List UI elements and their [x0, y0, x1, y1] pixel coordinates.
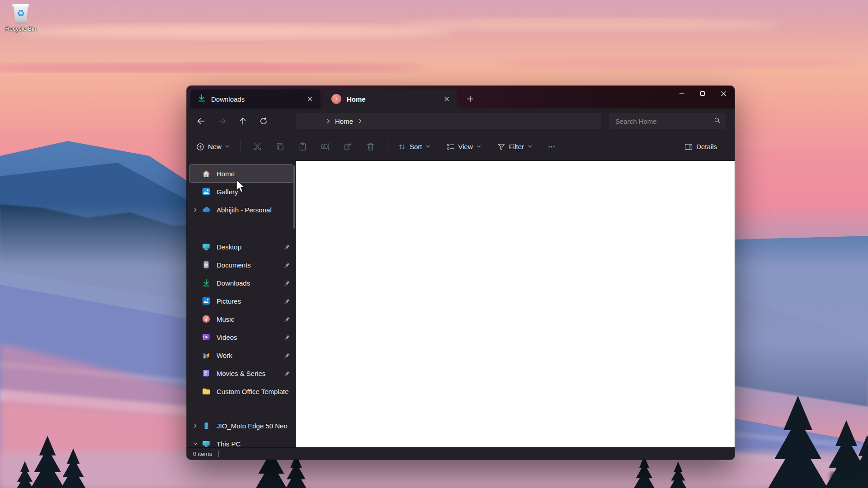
this-pc-icon	[201, 439, 211, 447]
status-separator	[218, 450, 219, 457]
pin-icon	[280, 280, 293, 286]
pin-icon	[280, 298, 293, 305]
view-icon	[446, 142, 455, 151]
copy-button[interactable]	[270, 138, 290, 155]
back-button[interactable]	[193, 113, 209, 129]
maximize-button[interactable]	[692, 86, 713, 101]
sidebar-item-onedrive-personal[interactable]: Abhijith - Personal	[189, 201, 294, 219]
sidebar-item-label: Abhijith - Personal	[217, 206, 280, 214]
sort-icon	[397, 142, 406, 151]
videos-icon	[201, 332, 211, 342]
minimize-button[interactable]	[671, 86, 692, 101]
sidebar-item-label: Work	[217, 352, 280, 359]
breadcrumb-home[interactable]: Home	[335, 117, 353, 125]
sidebar-item-music[interactable]: Music	[189, 310, 294, 328]
window-controls	[671, 86, 734, 101]
chevron-right-icon[interactable]	[189, 423, 201, 428]
items-count: 0 items	[193, 450, 212, 457]
sidebar-item-label: JIO_Moto Edge 50 Neo	[217, 422, 293, 430]
filter-button[interactable]: Filter	[492, 139, 537, 155]
tab-downloads[interactable]: Downloads	[190, 89, 321, 108]
tab-label: Downloads	[211, 95, 304, 103]
toolbar-separator	[240, 141, 241, 153]
sidebar-item-label: Videos	[217, 333, 280, 341]
view-button-label: View	[458, 143, 473, 150]
clipboard-icon	[298, 142, 307, 151]
sidebar-item-label: Documents	[217, 261, 280, 269]
details-button[interactable]: Details	[679, 139, 725, 155]
sidebar-item-pictures[interactable]: Pictures	[189, 292, 294, 310]
new-button[interactable]: New	[191, 139, 235, 155]
sidebar-item-phone-device[interactable]: JIO_Moto Edge 50 Neo	[189, 417, 294, 435]
pin-icon	[280, 262, 293, 268]
home-icon	[201, 169, 211, 178]
address-bar[interactable]: Home	[296, 113, 601, 129]
search-box	[609, 113, 726, 129]
sidebar-item-work[interactable]: Work	[189, 346, 294, 364]
view-button[interactable]: View	[442, 139, 486, 155]
forward-button[interactable]	[214, 113, 230, 129]
share-button[interactable]	[338, 138, 358, 155]
folder-icon	[201, 386, 211, 396]
sidebar-item-videos[interactable]: Videos	[189, 328, 294, 346]
tab-home[interactable]: ♪ Home	[324, 89, 457, 108]
phone-icon	[201, 421, 211, 431]
chevron-right-icon[interactable]	[357, 118, 363, 124]
tab-bar: Downloads ♪ Home	[187, 86, 735, 108]
window-body: Home Gallery	[187, 161, 735, 447]
sidebar-item-desktop[interactable]: Desktop	[189, 238, 294, 256]
scissors-icon	[253, 142, 262, 151]
search-icon[interactable]	[713, 117, 721, 126]
search-input[interactable]	[615, 117, 713, 125]
sidebar-item-movies-series[interactable]: Movies & Series	[189, 364, 294, 382]
rename-icon	[321, 142, 330, 151]
pin-icon	[280, 370, 293, 377]
close-button[interactable]	[713, 86, 734, 101]
details-pane-icon	[684, 142, 693, 151]
sidebar-item-documents[interactable]: Documents	[189, 256, 294, 274]
trash-icon	[366, 142, 375, 151]
rename-button[interactable]	[315, 138, 335, 155]
music-icon	[201, 314, 211, 324]
onedrive-icon	[201, 205, 211, 215]
status-bar: 0 items	[187, 447, 735, 460]
pin-icon	[280, 244, 293, 250]
chevron-down-icon[interactable]	[189, 441, 201, 446]
tab-close-icon[interactable]	[441, 93, 453, 105]
folder-content-area[interactable]	[296, 161, 735, 447]
pictures-icon	[201, 296, 211, 306]
new-tab-button[interactable]	[463, 93, 477, 105]
sidebar-item-downloads[interactable]: Downloads	[189, 274, 294, 292]
plus-circle-icon	[196, 142, 205, 151]
download-icon	[201, 278, 211, 288]
sort-button[interactable]: Sort	[393, 139, 435, 155]
recycle-bin-shortcut[interactable]: ♻ Recycle Bin	[4, 4, 38, 32]
chevron-right-icon[interactable]	[325, 118, 331, 124]
sidebar-item-label: Music	[217, 315, 280, 323]
sidebar-item-label: Pictures	[217, 297, 280, 305]
recycle-bin-icon: ♻	[11, 4, 31, 24]
sidebar-item-label: Desktop	[217, 243, 280, 251]
sidebar-item-this-pc[interactable]: This PC	[189, 435, 294, 447]
cut-button[interactable]	[247, 138, 267, 155]
pin-icon	[280, 316, 293, 323]
chevron-down-icon	[476, 143, 481, 151]
file-explorer-window: Downloads ♪ Home	[187, 86, 735, 460]
refresh-button[interactable]	[255, 113, 272, 129]
command-bar: New	[187, 133, 735, 160]
ellipsis-icon	[547, 143, 556, 151]
tab-label: Home	[347, 95, 441, 103]
gallery-icon	[201, 187, 211, 197]
navigation-bar: Home	[187, 108, 735, 133]
paste-button[interactable]	[292, 138, 312, 155]
sidebar-item-label: Downloads	[217, 279, 280, 287]
document-icon	[201, 260, 211, 270]
more-options-button[interactable]	[542, 138, 561, 155]
sidebar-item-label: Custom Office Template	[217, 388, 293, 395]
sidebar-item-custom-office-template[interactable]: Custom Office Template	[189, 382, 294, 400]
tab-close-icon[interactable]	[304, 93, 316, 105]
chevron-right-icon[interactable]	[189, 207, 201, 212]
delete-button[interactable]	[360, 138, 380, 155]
up-button[interactable]	[235, 113, 251, 129]
sidebar-scrollbar[interactable]	[293, 165, 295, 229]
